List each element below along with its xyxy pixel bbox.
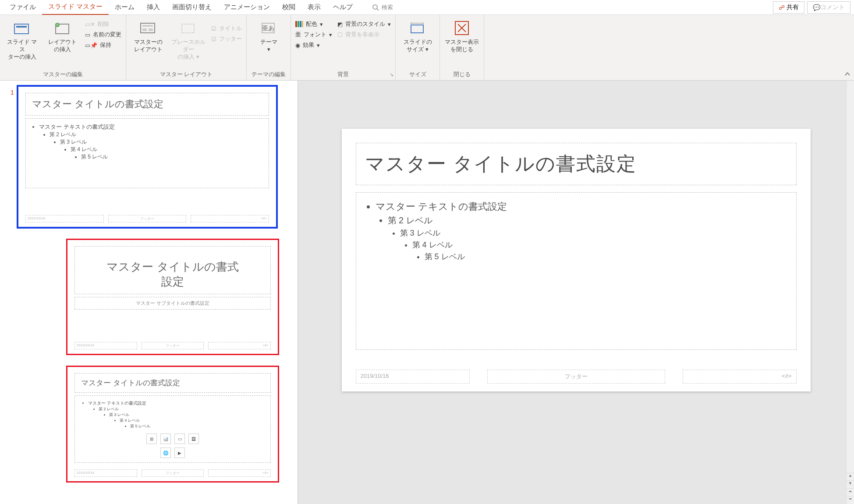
svg-rect-2: [14, 24, 28, 34]
ribbon: スライド マス ターの挿入 + レイアウト の挿入 ▭✕ 削除 ▭ 名前の変更 …: [0, 15, 854, 81]
search-box[interactable]: 検索: [372, 4, 393, 11]
scroll-up-icon[interactable]: ▲: [847, 472, 854, 480]
group-master-edit: スライド マス ターの挿入 + レイアウト の挿入 ▭✕ 削除 ▭ 名前の変更 …: [0, 15, 126, 80]
svg-text:亜あ: 亜あ: [262, 25, 274, 32]
group-label-background: 背景: [295, 69, 391, 80]
preserve-button[interactable]: ▭📌 保持: [85, 41, 121, 49]
search-label: 検索: [382, 4, 393, 11]
background-dialog-launcher[interactable]: ↘: [390, 72, 393, 78]
slide-canvas[interactable]: マスター タイトルの書式設定 マスター テキストの書式設定 第 2 レベル 第 …: [342, 129, 811, 391]
delete-icon: ▭✕: [85, 21, 95, 28]
group-background: 配色 ▾ 亜 フォント ▾ ◉ 効果 ▾ ◩ 背景のスタイル ▾ ☐: [291, 15, 396, 80]
group-close: マスター表示 を閉じる 閉じる: [440, 15, 484, 80]
video-icon: ▶: [174, 448, 185, 458]
group-label-master-layout: マスター レイアウト: [131, 69, 242, 80]
checkbox-checked-icon: ☑: [211, 36, 216, 42]
rename-button[interactable]: ▭ 名前の変更: [85, 31, 121, 39]
comment-button[interactable]: 💬 コメント: [807, 1, 850, 14]
group-label-size: サイズ: [400, 69, 435, 80]
hide-background-checkbox[interactable]: ☐ 背景を非表示: [337, 31, 391, 39]
bg-styles-icon: ◩: [337, 21, 343, 28]
preserve-icon: ▭📌: [85, 42, 97, 49]
slide-size-icon: [409, 19, 426, 37]
tab-file[interactable]: ファイル: [4, 0, 42, 14]
group-label-master-edit: マスターの編集: [4, 69, 121, 80]
slide-size-button[interactable]: スライドの サイズ ▾: [400, 18, 435, 53]
layout2-footer-placeholders: 2019/10/16 フッター <#>: [74, 469, 271, 477]
close-icon: [453, 19, 471, 37]
delete-button: ▭✕ 削除: [85, 20, 121, 28]
svg-point-0: [373, 5, 377, 9]
tab-slide-master[interactable]: スライド マスター: [42, 0, 109, 15]
group-label-theme-edit: テーマの編集: [251, 69, 286, 80]
tab-animations[interactable]: アニメーション: [218, 0, 276, 14]
master-layout-icon: [139, 19, 157, 37]
table-icon: ⊞: [146, 434, 157, 444]
main-area: 1 マスター タイトルの書式設定 マスター テキストの書式設定 第 2 レベル …: [0, 81, 854, 504]
theme-button[interactable]: 亜あ テーマ▾: [251, 18, 286, 53]
slide-editor[interactable]: マスター タイトルの書式設定 マスター テキストの書式設定 第 2 レベル 第 …: [298, 81, 854, 504]
svg-rect-3: [16, 26, 27, 28]
insert-placeholder-button: プレースホルダー の挿入 ▾: [171, 18, 206, 61]
master-title-placeholder: マスター タイトルの書式設定: [25, 93, 269, 116]
group-master-layout: マスターの レイアウト プレースホルダー の挿入 ▾ ☑ タイトル ☑ フッター…: [126, 15, 247, 80]
title-checkbox: ☑ タイトル: [211, 25, 242, 32]
tab-transitions[interactable]: 画面切り替え: [166, 0, 218, 14]
master-thumbnail[interactable]: マスター タイトルの書式設定 マスター テキストの書式設定 第 2 レベル 第 …: [18, 87, 276, 227]
tab-help[interactable]: ヘルプ: [327, 0, 359, 14]
group-size: スライドの サイズ ▾ サイズ: [396, 15, 440, 80]
layout1-subtitle-placeholder: マスター サブタイトルの書式設定: [74, 297, 271, 310]
rename-icon: ▭: [85, 32, 90, 38]
scroll-down-icon[interactable]: ▼: [847, 480, 854, 488]
insert-slide-master-button[interactable]: スライド マス ターの挿入: [4, 18, 39, 61]
footer-placeholder[interactable]: フッター: [487, 370, 665, 384]
fonts-button[interactable]: 亜 フォント ▾: [295, 31, 332, 39]
master-body-placeholder: マスター テキストの書式設定 第 2 レベル 第 3 レベル 第 4 レベル 第…: [25, 118, 269, 188]
layout2-title-placeholder: マスター タイトルの書式設定: [74, 373, 271, 393]
layout-thumbnail-2[interactable]: マスター タイトルの書式設定 マスター テキストの書式設定 第 2 レベル 第 …: [67, 367, 278, 481]
menubar: ファイル スライド マスター ホーム 挿入 画面切り替え アニメーション 校閲 …: [0, 0, 854, 15]
layout1-footer-placeholders: 2019/10/16 フッター <#>: [74, 342, 271, 349]
svg-rect-15: [298, 21, 299, 27]
theme-icon: 亜あ: [260, 19, 277, 37]
slide-body-placeholder[interactable]: マスター テキストの書式設定 第 2 レベル 第 3 レベル 第 4 レベル 第…: [356, 192, 797, 350]
checkbox-checked-icon: ☑: [211, 25, 216, 32]
background-styles-button[interactable]: ◩ 背景のスタイル ▾: [337, 20, 391, 28]
collapse-ribbon-button[interactable]: [844, 71, 850, 78]
svg-text:+: +: [56, 23, 58, 27]
svg-rect-10: [149, 28, 153, 31]
tab-home[interactable]: ホーム: [109, 0, 141, 14]
prev-slide-icon[interactable]: ⏶: [847, 488, 854, 496]
chart-icon: 📊: [160, 434, 171, 444]
svg-rect-16: [300, 21, 301, 27]
slide-title-placeholder[interactable]: マスター タイトルの書式設定: [356, 143, 797, 185]
next-slide-icon[interactable]: ⏷: [847, 496, 854, 504]
insert-layout-icon: +: [53, 19, 71, 37]
svg-rect-18: [411, 25, 423, 33]
tab-insert[interactable]: 挿入: [141, 0, 166, 14]
svg-rect-8: [142, 25, 153, 27]
insert-layout-button[interactable]: + レイアウト の挿入: [45, 18, 80, 53]
content-icons: ⊞ 📊 ▭ 🖼 🌐 ▶: [146, 434, 199, 458]
effects-button[interactable]: ◉ 効果 ▾: [295, 41, 332, 49]
editor-vertical-scrollbar[interactable]: ▲ ▼ ⏶ ⏷: [846, 81, 854, 504]
svg-rect-9: [142, 28, 147, 31]
layout2-body-placeholder: マスター テキストの書式設定 第 2 レベル 第 3 レベル 第 4 レベル 第…: [74, 395, 271, 463]
layout1-title-placeholder: マスター タイトルの書式 設定: [74, 246, 271, 294]
smartart-icon: ▭: [174, 434, 185, 444]
effects-icon: ◉: [295, 42, 300, 49]
share-button[interactable]: ☍ 共有: [773, 1, 804, 14]
colors-button[interactable]: 配色 ▾: [295, 20, 332, 28]
date-placeholder[interactable]: 2019/10/16: [356, 370, 470, 384]
thumbnail-panel[interactable]: 1 マスター タイトルの書式設定 マスター テキストの書式設定 第 2 レベル …: [0, 81, 298, 504]
master-footer-placeholders: 2019/10/16 フッター <#>: [25, 215, 269, 222]
svg-line-1: [377, 9, 379, 11]
close-master-view-button[interactable]: マスター表示 を閉じる: [444, 18, 479, 53]
page-number-placeholder[interactable]: <#>: [683, 370, 797, 384]
search-icon: [372, 4, 379, 11]
layout-thumbnail-1[interactable]: マスター タイトルの書式 設定 マスター サブタイトルの書式設定 2019/10…: [67, 240, 278, 354]
insert-slide-master-icon: [13, 19, 31, 37]
master-layout-button[interactable]: マスターの レイアウト: [131, 18, 166, 53]
tab-view[interactable]: 表示: [301, 0, 327, 14]
tab-review[interactable]: 校閲: [276, 0, 301, 14]
